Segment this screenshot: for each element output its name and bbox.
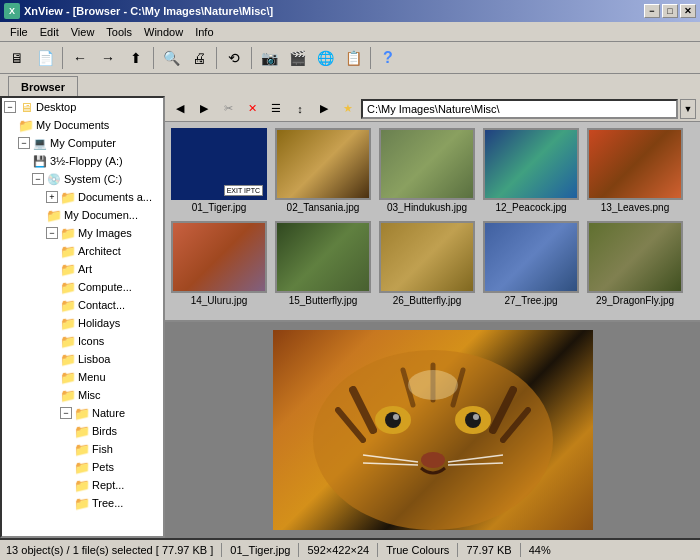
thumb-butterfly2[interactable]: 26_Butterfly.jpg — [377, 219, 477, 308]
menu-edit[interactable]: Edit — [34, 24, 65, 40]
thumb-hindukush[interactable]: 03_Hindukush.jpg — [377, 126, 477, 215]
status-zoom: 44% — [529, 544, 551, 556]
tree-label-art: Art — [78, 263, 92, 275]
addr-cut-btn[interactable]: ✂ — [217, 99, 239, 119]
addr-forward-btn[interactable]: ▶ — [193, 99, 215, 119]
thumb-tiger-label: 01_Tiger.jpg — [192, 202, 247, 213]
tb-print-btn[interactable]: 🖨 — [186, 45, 212, 71]
addr-dropdown-btn[interactable]: ▼ — [680, 99, 696, 119]
tree-item-rept[interactable]: 📁 Rept... — [2, 476, 163, 494]
tb-back-btn[interactable]: ← — [67, 45, 93, 71]
tree-item-birds[interactable]: 📁 Birds — [2, 422, 163, 440]
tree-label-desktop: Desktop — [36, 101, 76, 113]
tree-toggle-desktop[interactable]: − — [4, 101, 16, 113]
minimize-button[interactable]: − — [644, 4, 660, 18]
thumb-leaves-label: 13_Leaves.png — [601, 202, 669, 213]
tree-item-tree[interactable]: 📁 Tree... — [2, 494, 163, 512]
tree-label-contact: Contact... — [78, 299, 125, 311]
thumb-dragonfly[interactable]: 29_DragonFly.jpg — [585, 219, 685, 308]
tb-screen-btn[interactable]: 🖥 — [4, 45, 30, 71]
tree-label-architect: Architect — [78, 245, 121, 257]
thumb-tiger[interactable]: EXIT IPTC 01_Tiger.jpg — [169, 126, 269, 215]
addr-delete-btn[interactable]: ✕ — [241, 99, 263, 119]
tb-up-btn[interactable]: ⬆ — [123, 45, 149, 71]
menu-window[interactable]: Window — [138, 24, 189, 40]
tree-label-lisboa: Lisboa — [78, 353, 110, 365]
tree-item-docs[interactable]: + 📁 Documents a... — [2, 188, 163, 206]
address-input[interactable] — [361, 99, 678, 119]
tree-label-holidays: Holidays — [78, 317, 120, 329]
menu-info[interactable]: Info — [189, 24, 219, 40]
tree-item-mydocs[interactable]: 📁 My Documents — [2, 116, 163, 134]
status-colormode: True Colours — [386, 544, 449, 556]
tb-forward-btn[interactable]: → — [95, 45, 121, 71]
menu-tools[interactable]: Tools — [100, 24, 138, 40]
tree-label-birds: Birds — [92, 425, 117, 437]
tree-item-floppy[interactable]: 💾 3½-Floppy (A:) — [2, 152, 163, 170]
thumb-butterfly2-img — [379, 221, 475, 293]
tree-item-menu[interactable]: 📁 Menu — [2, 368, 163, 386]
menu-file[interactable]: File — [4, 24, 34, 40]
tb-film-btn[interactable]: 🎬 — [284, 45, 310, 71]
myimages-icon: 📁 — [60, 225, 76, 241]
tb-camera-btn[interactable]: 📷 — [256, 45, 282, 71]
addr-view-btn[interactable]: ☰ — [265, 99, 287, 119]
tree-item-compute[interactable]: 📁 Compute... — [2, 278, 163, 296]
docs-icon: 📁 — [60, 189, 76, 205]
thumb-dragonfly-label: 29_DragonFly.jpg — [596, 295, 674, 306]
close-button[interactable]: ✕ — [680, 4, 696, 18]
tree-item-icons[interactable]: 📁 Icons — [2, 332, 163, 350]
rept-icon: 📁 — [74, 477, 90, 493]
tree-toggle-mycomputer[interactable]: − — [18, 137, 30, 149]
tree-toggle-docs[interactable]: + — [46, 191, 58, 203]
tree-item-holidays[interactable]: 📁 Holidays — [2, 314, 163, 332]
sysc-icon: 💿 — [46, 171, 62, 187]
tree-item-pets[interactable]: 📁 Pets — [2, 458, 163, 476]
addr-back-btn[interactable]: ◀ — [169, 99, 191, 119]
thumb-uluru-img — [171, 221, 267, 293]
addr-sort-btn[interactable]: ↕ — [289, 99, 311, 119]
menu-view[interactable]: View — [65, 24, 101, 40]
status-filename: 01_Tiger.jpg — [230, 544, 290, 556]
tree-item-architect[interactable]: 📁 Architect — [2, 242, 163, 260]
tree-item-lisboa[interactable]: 📁 Lisboa — [2, 350, 163, 368]
tree-item-mycomputer[interactable]: − 💻 My Computer — [2, 134, 163, 152]
thumb-tree-img — [483, 221, 579, 293]
tree-item-myimages[interactable]: − 📁 My Images — [2, 224, 163, 242]
thumb-tansania-label: 02_Tansania.jpg — [287, 202, 360, 213]
thumb-leaves[interactable]: 13_Leaves.png — [585, 126, 685, 215]
tree-toggle-sysc[interactable]: − — [32, 173, 44, 185]
thumb-tree[interactable]: 27_Tree.jpg — [481, 219, 581, 308]
addr-star-btn[interactable]: ★ — [337, 99, 359, 119]
status-sep-2 — [298, 543, 299, 557]
thumb-uluru[interactable]: 14_Uluru.jpg — [169, 219, 269, 308]
maximize-button[interactable]: □ — [662, 4, 678, 18]
tb-web-btn[interactable]: 🌐 — [312, 45, 338, 71]
thumb-butterfly1[interactable]: 15_Butterfly.jpg — [273, 219, 373, 308]
tree-toggle-myimages[interactable]: − — [46, 227, 58, 239]
tree-item-contact[interactable]: 📁 Contact... — [2, 296, 163, 314]
svg-point-5 — [393, 414, 399, 420]
tree-item-mydoclocal[interactable]: 📁 My Documen... — [2, 206, 163, 224]
tb-file-btn[interactable]: 📄 — [32, 45, 58, 71]
tree-item-fish[interactable]: 📁 Fish — [2, 440, 163, 458]
tb-rotate-btn[interactable]: ⟲ — [221, 45, 247, 71]
tb-info-btn[interactable]: ? — [375, 45, 401, 71]
tree-label-mydocs: My Documents — [36, 119, 109, 131]
tb-task-btn[interactable]: 📋 — [340, 45, 366, 71]
desktop-icon: 🖥 — [18, 99, 34, 115]
tab-browser[interactable]: Browser — [8, 76, 78, 96]
tree-item-art[interactable]: 📁 Art — [2, 260, 163, 278]
tb-search-btn[interactable]: 🔍 — [158, 45, 184, 71]
tree-toggle-nature[interactable]: − — [60, 407, 72, 419]
tree-item-sysc[interactable]: − 💿 System (C:) — [2, 170, 163, 188]
tree-item-misc[interactable]: 📁 Misc — [2, 386, 163, 404]
status-dimensions: 592×422×24 — [307, 544, 369, 556]
thumb-peacock[interactable]: 12_Peacock.jpg — [481, 126, 581, 215]
addr-nav-btn[interactable]: ▶ — [313, 99, 335, 119]
tree-item-nature[interactable]: − 📁 Nature — [2, 404, 163, 422]
thumb-tansania[interactable]: 02_Tansania.jpg — [273, 126, 373, 215]
tree-item-desktop[interactable]: − 🖥 Desktop — [2, 98, 163, 116]
thumb-butterfly1-img — [275, 221, 371, 293]
thumb-peacock-label: 12_Peacock.jpg — [495, 202, 566, 213]
